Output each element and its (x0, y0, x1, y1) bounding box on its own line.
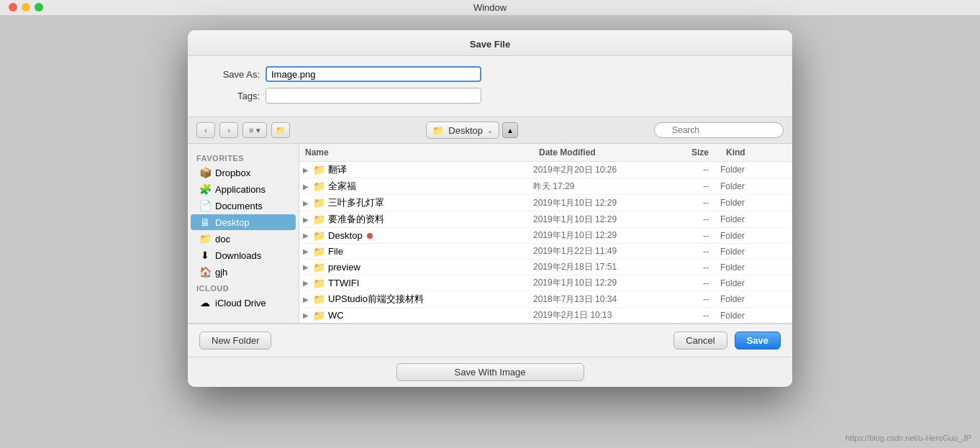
row-size: -- (663, 294, 720, 304)
row-expand-icon: ▶ (299, 247, 312, 255)
row-expand-icon: ▶ (299, 216, 312, 224)
sidebar-item-gjh[interactable]: 🏠 gjh (191, 264, 296, 280)
file-rows-container: ▶ 📁 翻译 2019年2月20日 10:26 -- Folder ▶ 📁 全家… (299, 162, 792, 323)
expand-icon: ▲ (507, 127, 514, 134)
tags-input[interactable] (266, 88, 481, 104)
back-icon: ‹ (204, 126, 207, 134)
table-row[interactable]: ▶ 📁 全家福 昨天 17:29 -- Folder (299, 178, 792, 195)
view-icon: ≡ (249, 126, 253, 134)
table-row[interactable]: ▶ 📁 三叶多孔灯罩 2019年1月10日 12:29 -- Folder (299, 195, 792, 211)
save-as-input[interactable] (266, 66, 481, 82)
save-as-row: Save As: (202, 66, 778, 82)
table-row[interactable]: ▶ 📁 UPStudio前端交接材料 2018年7月13日 10:34 -- F… (299, 291, 792, 308)
back-button[interactable]: ‹ (196, 122, 215, 138)
sidebar-item-label-doc: doc (215, 234, 230, 244)
search-input[interactable] (654, 122, 784, 138)
row-name: 翻译 (325, 163, 533, 176)
close-button[interactable] (9, 3, 17, 12)
table-row[interactable]: ▶ 📁 翻译 2019年2月20日 10:26 -- Folder (299, 162, 792, 178)
view-button[interactable]: ≡ ▾ (242, 122, 267, 138)
dropbox-icon: 📦 (199, 167, 211, 178)
folder-icon: 📁 (312, 278, 325, 289)
form-area: Save As: Tags: (188, 56, 792, 116)
row-kind: Folder (720, 294, 792, 304)
row-date: 2019年1月10日 12:29 (533, 277, 663, 289)
sidebar-item-documents[interactable]: 📄 Documents (191, 198, 296, 214)
row-date: 2019年2月1日 10:13 (533, 309, 663, 321)
sidebar-item-label-gjh: gjh (215, 267, 227, 278)
row-kind: Folder (720, 278, 792, 288)
sidebar-item-downloads[interactable]: ⬇ Downloads (191, 247, 296, 263)
icloud-section-label: iCloud (188, 283, 299, 294)
dot-indicator (367, 233, 373, 239)
row-name: File (325, 246, 533, 257)
dropdown-arrow-icon: ⌄ (487, 127, 493, 134)
row-date: 2019年1月22日 11:49 (533, 245, 663, 257)
row-expand-icon: ▶ (299, 296, 312, 303)
table-row[interactable]: ▶ 📁 WC 2019年2月1日 10:13 -- Folder (299, 308, 792, 323)
folder-icon: 📁 (312, 246, 325, 257)
sidebar-item-doc[interactable]: 📁 doc (191, 231, 296, 247)
dialog-title-bar: Save File (188, 30, 792, 56)
row-name: TTWIFI (325, 278, 533, 288)
row-size: -- (663, 231, 720, 241)
row-expand-icon: ▶ (299, 311, 312, 319)
header-name: Name (299, 146, 533, 159)
location-expand-button[interactable]: ▲ (502, 122, 518, 138)
location-folder-icon: 📁 (432, 125, 444, 136)
url-bar: https://blog.csdn.net/u-HeroGuo_JP (845, 434, 971, 442)
row-name: 要准备的资料 (325, 213, 533, 226)
maximize-button[interactable] (35, 3, 43, 12)
sidebar-item-icloud-drive[interactable]: ☁ iCloud Drive (191, 295, 296, 311)
save-with-image-button[interactable]: Save With Image (396, 363, 584, 381)
forward-icon: › (227, 126, 230, 134)
cancel-button[interactable]: Cancel (673, 332, 727, 349)
new-folder-toolbar-button[interactable]: 📁 (271, 122, 290, 138)
row-name: 三叶多孔灯罩 (325, 196, 533, 209)
row-name: 全家福 (325, 180, 533, 193)
row-size: -- (663, 262, 720, 273)
folder-icon: 📁 (312, 293, 325, 305)
row-expand-icon: ▶ (299, 166, 312, 174)
forward-button[interactable]: › (219, 122, 238, 138)
table-row[interactable]: ▶ 📁 preview 2019年2月18日 17:51 -- Folder (299, 260, 792, 275)
row-size: -- (663, 247, 720, 257)
row-size: -- (663, 181, 720, 191)
sidebar-item-label-desktop: Desktop (215, 217, 250, 228)
table-row[interactable]: ▶ 📁 要准备的资料 2019年1月10日 12:29 -- Folder (299, 211, 792, 228)
location-dropdown[interactable]: 📁 Desktop ⌄ (426, 122, 499, 139)
row-date: 2019年2月20日 10:26 (533, 164, 663, 176)
sidebar-item-label-documents: Documents (215, 201, 263, 211)
minimize-button[interactable] (22, 3, 30, 12)
row-kind: Folder (720, 214, 792, 224)
row-size: -- (663, 278, 720, 288)
sidebar-item-applications[interactable]: 🧩 Applications (191, 181, 296, 197)
documents-icon: 📄 (199, 200, 211, 211)
sidebar-item-dropbox[interactable]: 📦 Dropbox (191, 165, 296, 180)
row-expand-icon: ▶ (299, 279, 312, 287)
applications-icon: 🧩 (199, 183, 211, 195)
save-file-dialog: Save File Save As: Tags: ‹ › ≡ ▾ (188, 30, 792, 387)
save-with-image-bar: Save With Image (188, 357, 792, 387)
folder-icon: 📁 (312, 214, 325, 225)
table-row[interactable]: ▶ 📁 File 2019年1月22日 11:49 -- Folder (299, 244, 792, 260)
title-bar: Window (0, 0, 980, 16)
row-date: 2019年1月10日 12:29 (533, 197, 663, 209)
sidebar-item-desktop[interactable]: 🖥 Desktop (191, 214, 296, 230)
location-label: Desktop (448, 125, 483, 136)
folder-icon: 📁 (312, 262, 325, 273)
folder-icon: 📁 (312, 230, 325, 242)
content-area: Favorites 📦 Dropbox 🧩 Applications 📄 Doc… (188, 144, 792, 324)
table-row[interactable]: ▶ 📁 TTWIFI 2019年1月10日 12:29 -- Folder (299, 275, 792, 291)
table-row[interactable]: ▶ 📁 Desktop 2019年1月10日 12:29 -- Folder (299, 228, 792, 244)
favorites-section-label: Favorites (188, 152, 299, 164)
row-date: 2019年1月10日 12:29 (533, 214, 663, 226)
new-folder-button[interactable]: New Folder (199, 332, 271, 349)
sidebar: Favorites 📦 Dropbox 🧩 Applications 📄 Doc… (188, 144, 299, 323)
row-expand-icon: ▶ (299, 232, 312, 239)
save-button[interactable]: Save (735, 332, 781, 349)
folder-icon: 📁 (312, 164, 325, 175)
file-toolbar: ‹ › ≡ ▾ 📁 📁 Desktop ⌄ ▲ (188, 116, 792, 144)
row-date: 2019年2月18日 17:51 (533, 261, 663, 273)
file-list[interactable]: Name Date Modified Size Kind ▶ 📁 翻译 2019… (299, 144, 792, 323)
